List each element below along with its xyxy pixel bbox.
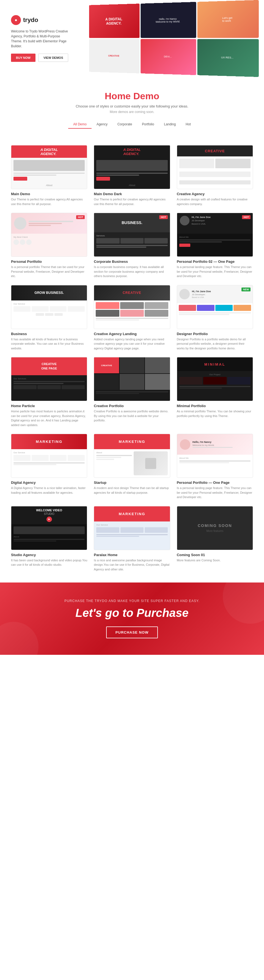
demo-desc-5: Is a corporate business company. It has … <box>94 265 170 278</box>
filter-tab-agency[interactable]: Agency <box>92 120 113 129</box>
demo-name-13: Digital Agency <box>11 480 87 485</box>
home-demo-section: Home Demo Choose one of styles or custom… <box>0 77 264 145</box>
demo-thumb-particle[interactable]: CREATIVEONE PAGE Our Services <box>11 357 87 401</box>
hero-right: A DIGITALAGENCY. Hello, I'm NancyWelcome… <box>83 8 253 69</box>
demo-desc-10: Home particle has most feature is partic… <box>11 409 87 427</box>
demo-thumb-parallax[interactable]: MARKETING Our Service <box>94 506 170 550</box>
filter-tab-corporate[interactable]: Corporate <box>113 120 137 129</box>
demo-thumb-corporate[interactable]: HOT BUSINESS. Services <box>94 213 170 257</box>
hero-section: ● trydo Welcome to Trydo WordPress Creat… <box>0 0 264 77</box>
demo-desc-7: It has available all kinds of features f… <box>11 337 87 351</box>
demo-thumb-main[interactable]: A DIGITALAGENCY. About <box>11 145 87 189</box>
filter-tabs: All Demo Agency Corporate Portfolio Land… <box>11 120 253 129</box>
demo-desc-2: Our Theme is perfect for creative agency… <box>94 197 170 206</box>
demo-thumb-creative-landing[interactable]: CREATIVE <box>94 285 170 329</box>
demo-thumb-biz2[interactable]: GROW BUSINESS. Our Service <box>11 285 87 329</box>
hero-buttons: BUY NOW VIEW DEMOS <box>11 54 83 62</box>
mockup-cell-1: A DIGITALAGENCY. <box>89 3 140 38</box>
demo-item-portfolio: HOT My Best Client <box>11 213 87 278</box>
demo-thumb-cportfolio[interactable]: CREATIVE <box>94 357 170 401</box>
demo-thumb-marketing[interactable]: MARKETING Our Service <box>11 434 87 478</box>
hero-mockup: A DIGITALAGENCY. Hello, I'm NancyWelcome… <box>89 0 259 77</box>
demo-desc-4: Is a personal portfolio Theme that can b… <box>11 265 87 278</box>
buy-now-button[interactable]: BUY NOW <box>11 54 35 62</box>
demo-thumb-startup[interactable]: MARKETING About <box>94 434 170 478</box>
demo-desc-17: Is a nice and awesome parallax backgroun… <box>94 558 170 572</box>
demo-item-startup: MARKETING About Startup <box>94 434 170 500</box>
demo-desc-13: A Digital Agency Theme is a nice taller … <box>11 486 87 495</box>
demo-desc-12: As a minimal portfolio Theme. You can be… <box>177 409 253 418</box>
demo-desc-14: A modern and nice design Theme that can … <box>94 486 170 495</box>
demo-name-8: Creative Agency Landing <box>94 332 170 336</box>
demo-item-biz2: GROW BUSINESS. Our Service <box>11 285 87 351</box>
demo-item-coming-soon: COMING SOON More features Coming Soon 01… <box>177 506 253 572</box>
demo-thumb-creative[interactable]: CREATIVE <box>177 145 253 189</box>
demo-name-1: Main Demo <box>11 192 87 196</box>
demo-name-12: Minimal Portfolio <box>177 404 253 408</box>
demo-thumb-portfolio3[interactable]: Hello, I'm Nancy Welcome to my World. Ab… <box>177 434 253 478</box>
badge-hot-4: HOT <box>76 215 85 219</box>
hero-left: ● trydo Welcome to Trydo WordPress Creat… <box>11 15 83 62</box>
demo-name-5: Corporate Business <box>94 259 170 264</box>
logo-icon: ● <box>11 15 21 25</box>
filter-tab-hot[interactable]: Hot <box>181 120 196 129</box>
demo-thumb-portfolio[interactable]: HOT My Best Client <box>11 213 87 257</box>
filter-tab-portfolio[interactable]: Portfolio <box>137 120 159 129</box>
demo-thumb-designer[interactable]: NEW Hi, I'm Jane Doe JS Developer. Based… <box>177 285 253 329</box>
demo-name-3: Creative Agency <box>177 192 253 196</box>
demo-desc-11: Creative Portfolio is a awesome portfoli… <box>94 409 170 423</box>
demo-name-4: Personal Portfolio <box>11 259 87 264</box>
purchase-now-button[interactable]: PURCHASE NOW <box>106 627 158 638</box>
demo-desc-15: Is a personal landing page feature. This… <box>177 486 253 500</box>
hero-logo: ● trydo <box>11 15 83 25</box>
demo-name-6: Personal Portfolio 02 — One Page <box>177 259 253 264</box>
demo-item-corporate: HOT BUSINESS. Services Corporate Busines… <box>94 213 170 278</box>
demo-thumb-studio[interactable]: WELCOME VIDEO STUDIO ▶ About <box>11 506 87 550</box>
demo-item-marketing: MARKETING Our Service Digital Agency A D… <box>11 434 87 500</box>
mockup-cell-2: Hello, I'm NancyWelcome to my World. <box>140 2 196 38</box>
demo-item-minimal: MINIMAL Our Project Minimal Portfolio As… <box>177 357 253 427</box>
demo-item-cportfolio: CREATIVE Creative Portfolio Creative Por… <box>94 357 170 427</box>
demo-name-14: Startup <box>94 480 170 485</box>
demo-desc-6: Is a personal landing page feature. This… <box>177 265 253 278</box>
demo-name-16: Studio Agency <box>11 553 87 557</box>
filter-tab-all[interactable]: All Demo <box>68 120 92 129</box>
badge-hot-5: HOT <box>159 215 168 219</box>
home-demo-title: Home Demo <box>11 91 253 102</box>
cta-section: PURCHASE THE TRYDO AND MAKE YOUR SITE SU… <box>0 582 264 655</box>
demo-desc-18: More features are Coming Soon. <box>177 558 253 563</box>
demo-thumb-coming-soon[interactable]: COMING SOON More features <box>177 506 253 550</box>
demo-name-15: Personal Portfolio — One Page <box>177 480 253 485</box>
view-demos-button[interactable]: VIEW DEMOS <box>38 54 68 62</box>
demo-item-creative: CREATIVE Creative Agency A creative desi… <box>177 145 253 206</box>
demo-name-18: Coming Soon 01 <box>177 553 253 557</box>
demo-item-parallax: MARKETING Our Service Paralax Home Is a … <box>94 506 170 572</box>
logo-icon-letter: ● <box>14 18 17 22</box>
demo-item-designer: NEW Hi, I'm Jane Doe JS Developer. Based… <box>177 285 253 351</box>
demo-desc-9: Designer Portfolio is a portfolio websit… <box>177 337 253 351</box>
demo-item-main: A DIGITALAGENCY. About Main Demo Our The… <box>11 145 87 206</box>
demo-desc-1: Our Theme is perfect for creative agency… <box>11 197 87 206</box>
demo-item-portfolio3: Hello, I'm Nancy Welcome to my World. Ab… <box>177 434 253 500</box>
badge-hot-6: HOT <box>242 215 251 219</box>
filter-tab-landing[interactable]: Landing <box>159 120 181 129</box>
demo-name-17: Paralax Home <box>94 553 170 557</box>
demo-thumb-dark[interactable]: A DIGITALAGENCY. About <box>94 145 170 189</box>
demo-desc-8: Added creative agency landing page when … <box>94 337 170 351</box>
demo-item-particle: CREATIVEONE PAGE Our Services Home Parti… <box>11 357 87 427</box>
mockup-cell-6: UX RES... <box>197 39 259 77</box>
badge-new-9: NEW <box>242 288 251 291</box>
demo-name-10: Home Particle <box>11 404 87 408</box>
demo-name-9: Designer Portfolio <box>177 332 253 336</box>
home-demo-sub2: More demos are coming soon. <box>11 110 253 114</box>
demo-name-11: Creative Portfolio <box>94 404 170 408</box>
home-demo-subtitle: Choose one of styles or customize easily… <box>11 104 253 108</box>
demo-item-dark: A DIGITALAGENCY. About Main Demo Dark Ou… <box>94 145 170 206</box>
demo-name-2: Main Demo Dark <box>94 192 170 196</box>
demo-thumb-portfolio2[interactable]: HOT Hi, I'm Jane Doe JS Developer Based … <box>177 213 253 257</box>
demo-item-portfolio2: HOT Hi, I'm Jane Doe JS Developer Based … <box>177 213 253 278</box>
demo-thumb-minimal[interactable]: MINIMAL Our Project <box>177 357 253 401</box>
hero-description: Welcome to Trydo WordPress Creative Agen… <box>11 29 72 49</box>
cta-title: Let's go to Purchase <box>11 606 253 620</box>
demo-section-wrapper: Home Demo Choose one of styles or custom… <box>0 77 264 582</box>
